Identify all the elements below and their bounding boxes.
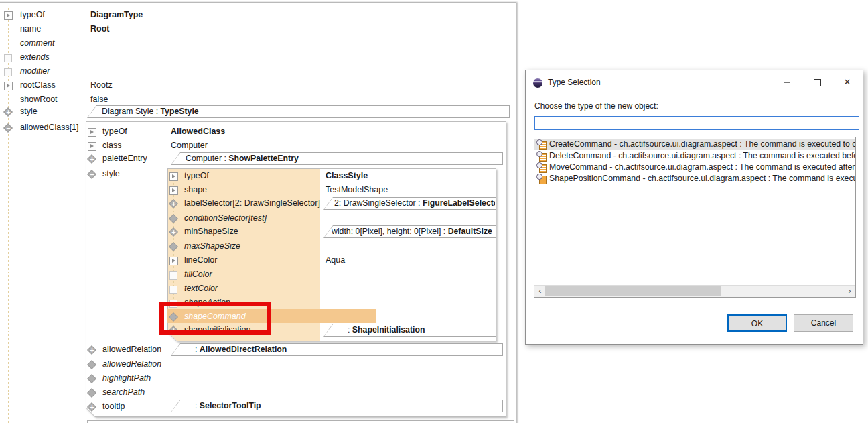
command-type-icon — [536, 139, 547, 149]
property-label: typeOf — [102, 127, 127, 136]
dialog-prompt: Choose the type of the new object: — [534, 101, 658, 111]
eclipse-sphere-icon — [533, 78, 542, 88]
property-row-typeof[interactable]: typeOf ClassStyle — [0, 169, 517, 183]
property-row-highlightpath[interactable]: highlightPath — [0, 371, 517, 385]
aggregate-diamond-icon[interactable] — [88, 375, 96, 383]
property-row-typeof[interactable]: typeOf AllowedClass — [0, 125, 517, 139]
aggregate-diamond-icon[interactable] — [88, 389, 96, 398]
property-label: highlightPath — [102, 373, 151, 383]
property-row-paletteentry[interactable]: paletteEntry Computer : ShowPaletteEntry — [0, 152, 517, 166]
expand-arrow-icon[interactable] — [4, 11, 13, 20]
maximize-icon — [814, 79, 821, 86]
expand-arrow-icon[interactable] — [169, 257, 178, 265]
property-row-typeof[interactable]: typeOf DiagramType — [0, 8, 517, 22]
list-item[interactable]: ShapePositionCommand - ch.actifsource.ui… — [534, 173, 855, 184]
property-row-style[interactable]: style Diagram Style : TypeStyle — [0, 105, 517, 119]
property-row-name[interactable]: name Root — [0, 22, 517, 36]
type-list[interactable]: CreateCommand - ch.actifsource.ui.diagra… — [534, 137, 856, 298]
property-label: shape — [184, 185, 207, 194]
checkbox-icon[interactable] — [169, 271, 177, 280]
value-type: DefaultSize — [448, 227, 492, 236]
property-row-fillcolor[interactable]: fillColor — [0, 267, 517, 282]
checkbox-icon[interactable] — [169, 286, 177, 294]
scrollbar-thumb[interactable] — [545, 286, 721, 296]
property-row-modifier[interactable]: modifier — [0, 64, 517, 78]
close-button[interactable]: ✕ — [834, 70, 861, 95]
expand-arrow-icon[interactable] — [169, 186, 178, 195]
add-diamond-icon[interactable] — [4, 108, 13, 117]
allowedrelation-value-box[interactable]: : AllowedDirectRelation — [171, 343, 503, 356]
property-label: showRoot — [20, 95, 58, 104]
property-row-linecolor[interactable]: lineColor Aqua — [0, 253, 517, 267]
property-label: rootClass — [20, 80, 56, 90]
expand-arrow-icon[interactable] — [169, 172, 178, 181]
add-diamond-icon[interactable] — [169, 200, 178, 208]
command-type-icon — [536, 174, 547, 184]
property-row-maxshapesize[interactable]: maxShapeSize — [0, 239, 517, 253]
property-row-shape[interactable]: shape TestModelShape — [0, 183, 517, 197]
add-diamond-icon[interactable] — [88, 346, 96, 355]
type-filter-input[interactable] — [534, 116, 859, 130]
property-row-rootclass[interactable]: rootClass Rootz — [0, 78, 517, 93]
shapeinitialisation-value-box[interactable]: : ShapeInitialisation — [323, 324, 496, 337]
property-label: paletteEntry — [102, 154, 147, 163]
property-label: extends — [20, 52, 50, 62]
labelselector-value-box[interactable]: 2: DrawSingleSelector : FigureLabelSelec… — [323, 197, 496, 210]
property-value: DiagramType — [90, 10, 143, 19]
minimize-icon — [784, 82, 790, 83]
checkbox-icon[interactable] — [4, 68, 12, 76]
property-row-textcolor[interactable]: textColor — [0, 282, 517, 296]
value-prefix: Diagram Style : — [102, 107, 160, 116]
property-label: comment — [20, 38, 54, 48]
expand-arrow-icon[interactable] — [88, 142, 96, 151]
property-row-allowedrelation[interactable]: allowedRelation : AllowedDirectRelation — [0, 343, 517, 357]
property-row-tooltip[interactable]: tooltip : SelectorToolTip — [0, 400, 517, 414]
property-value: TestModelShape — [326, 185, 388, 194]
property-row-allowedrelation2[interactable]: allowedRelation — [0, 357, 517, 371]
aggregate-diamond-icon[interactable] — [169, 243, 178, 251]
scroll-right-arrow-icon[interactable]: › — [844, 286, 855, 297]
style-value-box[interactable]: Diagram Style : TypeStyle — [87, 105, 510, 118]
property-value: AllowedClass — [171, 127, 225, 136]
property-row-searchpath[interactable]: searchPath — [0, 385, 517, 400]
list-item[interactable]: MoveCommand - ch.actifsource.ui.diagram.… — [534, 162, 855, 173]
property-value: ClassStyle — [326, 171, 368, 180]
property-row-labelselector[interactable]: labelSelector[2: DrawSingleSelector] 2: … — [0, 197, 517, 211]
property-label: textColor — [184, 284, 218, 293]
property-label: minShapeSize — [184, 227, 238, 236]
list-item-label: ShapePositionCommand - ch.actifsource.ui… — [549, 173, 855, 184]
horizontal-scrollbar[interactable]: ‹ › — [534, 285, 855, 297]
property-label: labelSelector[2: DrawSingleSelector] — [184, 198, 320, 208]
checkbox-icon[interactable] — [4, 54, 12, 62]
minimize-button[interactable] — [774, 70, 800, 95]
cancel-button[interactable]: Cancel — [794, 314, 853, 332]
list-item[interactable]: CreateCommand - ch.actifsource.ui.diagra… — [534, 139, 855, 150]
add-diamond-icon[interactable] — [169, 228, 178, 237]
aggregate-diamond-icon[interactable] — [88, 361, 96, 369]
next-form-box-edge — [87, 420, 514, 423]
value-prefix: width: 0[Pixel], height: 0[Pixel] : — [332, 227, 448, 236]
aggregate-diamond-icon[interactable] — [169, 215, 178, 223]
add-diamond-icon[interactable] — [88, 403, 96, 412]
property-row-showroot[interactable]: showRoot false — [0, 93, 517, 107]
add-diamond-icon[interactable] — [88, 155, 96, 164]
expand-arrow-icon[interactable] — [4, 82, 13, 90]
property-label: class — [102, 141, 121, 150]
property-row-comment[interactable]: comment — [0, 36, 517, 50]
list-item[interactable]: DeleteCommand - ch.actifsource.ui.diagra… — [534, 150, 855, 162]
property-row-conditionselector[interactable]: conditionSelector[test] — [0, 211, 517, 225]
expand-arrow-icon[interactable] — [88, 128, 96, 137]
paletteentry-value-box[interactable]: Computer : ShowPaletteEntry — [171, 152, 503, 165]
property-row-class[interactable]: class Computer — [0, 139, 517, 153]
property-label: name — [20, 24, 41, 34]
tooltip-value-box[interactable]: : SelectorToolTip — [171, 400, 503, 412]
property-value: Aqua — [326, 255, 345, 265]
maximize-button[interactable] — [804, 70, 830, 95]
value-type: AllowedDirectRelation — [200, 345, 287, 354]
ok-button[interactable]: OK — [727, 314, 787, 332]
dialog-titlebar[interactable]: Type Selection ✕ — [526, 70, 863, 95]
property-row-extends[interactable]: extends — [0, 50, 517, 64]
property-row-minshapesize[interactable]: minShapeSize width: 0[Pixel], height: 0[… — [0, 225, 517, 239]
minshapesize-value-box[interactable]: width: 0[Pixel], height: 0[Pixel] : Defa… — [323, 225, 496, 238]
property-label: typeOf — [20, 10, 45, 19]
